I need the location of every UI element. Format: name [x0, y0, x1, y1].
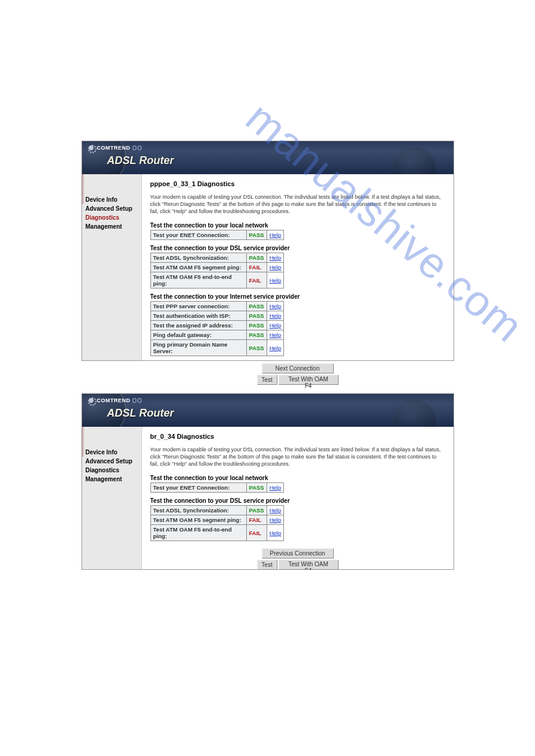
help-link[interactable]: Help — [270, 277, 282, 284]
test-status: FAIL — [246, 272, 267, 289]
test-label: Test ATM OAM F5 segment ping: — [150, 263, 246, 272]
test-label: Ping primary Domain Name Server: — [150, 340, 246, 356]
section-local: Test the connection to your local networ… — [150, 222, 445, 229]
test-label: Test ATM OAM F5 end-to-end ping: — [150, 272, 246, 289]
previous-connection-button[interactable]: Previous Connection — [262, 548, 334, 558]
table-row: Test ADSL Synchronization: PASS Help — [150, 506, 284, 515]
nav-advanced-setup[interactable]: Advanced Setup — [86, 457, 138, 466]
table-local: Test your ENET Connection: PASS Help — [150, 482, 285, 493]
sidebar-nav: Device Info Advanced Setup Diagnostics M… — [82, 427, 142, 569]
nav-diagnostics[interactable]: Diagnostics — [86, 466, 138, 475]
nav-diagnostics[interactable]: Diagnostics — [86, 213, 138, 222]
test-status: PASS — [246, 311, 267, 321]
panel-header: COMTREND O O ADSL Router — [82, 394, 454, 427]
section-isp: Test the connection to your Internet ser… — [150, 293, 445, 300]
brand-name: COMTREND — [97, 145, 131, 151]
test-label: Test ADSL Synchronization: — [150, 506, 246, 515]
help-link[interactable]: Help — [270, 303, 282, 309]
section-dsl: Test the connection to your DSL service … — [150, 497, 445, 504]
next-connection-button[interactable]: Next Connection — [262, 363, 334, 374]
help-link[interactable]: Help — [270, 254, 282, 261]
help-link[interactable]: Help — [270, 484, 282, 491]
nav-management[interactable]: Management — [86, 222, 138, 231]
test-label: Test ADSL Synchronization: — [150, 253, 246, 263]
section-local: Test the connection to your local networ… — [150, 475, 445, 481]
test-status: PASS — [246, 483, 267, 493]
table-row: Test your ENET Connection: PASS Help — [150, 483, 284, 493]
table-row: Test the assigned IP address: PASS Help — [150, 321, 284, 330]
test-oam-f4-button[interactable]: Test With OAM F4 — [279, 560, 338, 570]
nav-advanced-setup[interactable]: Advanced Setup — [86, 204, 138, 213]
help-link[interactable]: Help — [270, 517, 282, 523]
test-status: FAIL — [246, 515, 267, 525]
table-row: Ping default gateway: PASS Help — [150, 330, 284, 340]
table-row: Test ATM OAM F5 segment ping: FAIL Help — [150, 515, 284, 525]
test-status: PASS — [246, 321, 267, 330]
test-label: Ping default gateway: — [150, 330, 246, 340]
table-dsl: Test ADSL Synchronization: PASS Help Tes… — [150, 253, 285, 289]
main-content: br_0_34 Diagnostics Your modem is capabl… — [142, 427, 454, 569]
brand-name: COMTREND — [97, 397, 131, 403]
table-row: Test ATM OAM F5 end-to-end ping: FAIL He… — [150, 525, 284, 541]
test-status: FAIL — [246, 263, 267, 272]
table-row: Test ADSL Synchronization: PASS Help — [150, 253, 284, 263]
test-status: PASS — [246, 340, 267, 356]
nav-management[interactable]: Management — [86, 475, 138, 484]
brand-suffix: O O — [132, 397, 141, 404]
table-row: Ping primary Domain Name Server: PASS He… — [150, 340, 284, 356]
page-title: br_0_34 Diagnostics — [150, 433, 445, 440]
intro-text: Your modem is capable of testing your DS… — [150, 193, 445, 215]
nav-device-info[interactable]: Device Info — [86, 195, 138, 204]
test-label: Test authentication with ISP: — [150, 311, 246, 321]
test-status: PASS — [246, 253, 267, 263]
nav-device-info[interactable]: Device Info — [86, 448, 138, 457]
table-dsl: Test ADSL Synchronization: PASS Help Tes… — [150, 505, 285, 541]
help-link[interactable]: Help — [270, 232, 282, 238]
test-status: PASS — [246, 506, 267, 515]
test-status: PASS — [246, 302, 267, 311]
table-local: Test your ENET Connection: PASS Help — [150, 230, 285, 240]
router-panel-pppoe: COMTREND O O ADSL Router Device Info Adv… — [81, 141, 454, 361]
button-row: Previous Connection Test Test With OAM F… — [150, 548, 445, 570]
test-label: Test ATM OAM F5 end-to-end ping: — [150, 525, 246, 541]
button-row: Next Connection Test Test With OAM F4 — [150, 363, 445, 385]
test-oam-f4-button[interactable]: Test With OAM F4 — [279, 375, 338, 385]
router-panel-br: COMTREND O O ADSL Router Device Info Adv… — [81, 393, 454, 570]
help-link[interactable]: Help — [270, 507, 282, 514]
help-link[interactable]: Help — [270, 322, 282, 329]
brand-title: ADSL Router — [107, 407, 174, 420]
sidebar-accent — [82, 427, 84, 457]
table-row: Test ATM OAM F5 end-to-end ping: FAIL He… — [150, 272, 284, 289]
sidebar-accent — [82, 174, 84, 204]
table-isp: Test PPP server connection: PASS Help Te… — [150, 301, 285, 356]
test-label: Test your ENET Connection: — [150, 230, 246, 240]
test-status: PASS — [246, 330, 267, 340]
test-button[interactable]: Test — [257, 375, 277, 385]
page-title: pppoe_0_33_1 Diagnostics — [150, 180, 445, 187]
panel-header: COMTREND O O ADSL Router — [82, 141, 454, 174]
table-row: Test ATM OAM F5 segment ping: FAIL Help — [150, 263, 284, 272]
table-row: Test your ENET Connection: PASS Help — [150, 230, 284, 240]
help-link[interactable]: Help — [270, 264, 282, 271]
test-label: Test ATM OAM F5 segment ping: — [150, 515, 246, 525]
help-link[interactable]: Help — [270, 530, 282, 536]
test-label: Test PPP server connection: — [150, 302, 246, 311]
brand-logo: COMTREND O O — [87, 396, 141, 405]
test-button[interactable]: Test — [257, 560, 277, 570]
help-link[interactable]: Help — [270, 312, 282, 319]
brand-title: ADSL Router — [107, 154, 174, 167]
sidebar-nav: Device Info Advanced Setup Diagnostics M… — [82, 174, 142, 360]
test-label: Test the assigned IP address: — [150, 321, 246, 330]
brand-logo: COMTREND O O — [87, 144, 141, 152]
test-status: FAIL — [246, 525, 267, 541]
gear-icon — [87, 396, 95, 405]
section-dsl: Test the connection to your DSL service … — [150, 245, 445, 251]
test-label: Test your ENET Connection: — [150, 483, 246, 493]
help-link[interactable]: Help — [270, 345, 282, 351]
table-row: Test authentication with ISP: PASS Help — [150, 311, 284, 321]
table-row: Test PPP server connection: PASS Help — [150, 302, 284, 311]
test-status: PASS — [246, 230, 267, 240]
gear-icon — [87, 144, 95, 152]
intro-text: Your modem is capable of testing your DS… — [150, 446, 445, 467]
help-link[interactable]: Help — [270, 332, 282, 338]
